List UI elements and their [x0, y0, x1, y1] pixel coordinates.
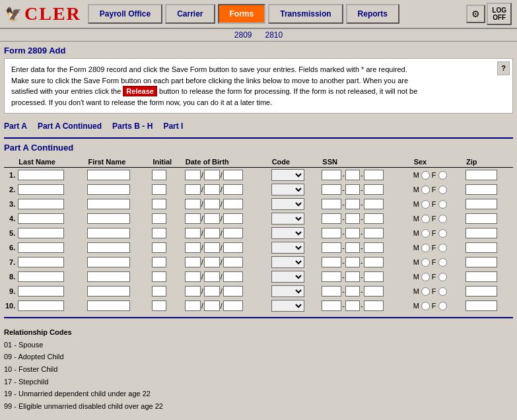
input-firstname-9[interactable] [87, 286, 130, 297]
input-dob-dd-3[interactable] [204, 199, 220, 209]
input-ssn3-6[interactable] [364, 242, 384, 253]
radio-sex-m-8[interactable] [421, 273, 430, 281]
input-initial-7[interactable] [152, 257, 166, 267]
radio-sex-f-4[interactable] [438, 215, 447, 223]
input-zip-8[interactable] [465, 271, 497, 282]
input-zip-6[interactable] [465, 242, 497, 253]
input-initial-5[interactable] [152, 228, 166, 238]
input-ssn2-2[interactable] [345, 184, 360, 195]
input-initial-10[interactable] [152, 300, 166, 311]
input-ssn1-5[interactable] [322, 228, 341, 238]
input-initial-3[interactable] [152, 199, 166, 209]
input-zip-3[interactable] [465, 199, 497, 209]
select-code-8[interactable]: 010910171999 [271, 271, 304, 283]
input-dob-mm-5[interactable] [185, 228, 201, 238]
input-firstname-10[interactable] [87, 300, 130, 311]
input-ssn3-2[interactable] [364, 184, 384, 195]
input-lastname-1[interactable] [18, 170, 64, 180]
input-lastname-5[interactable] [18, 228, 64, 238]
radio-sex-f-8[interactable] [438, 273, 447, 281]
input-ssn2-3[interactable] [345, 199, 360, 209]
input-firstname-8[interactable] [87, 271, 130, 282]
tab-transmission[interactable]: Transmission [268, 4, 343, 24]
input-lastname-4[interactable] [18, 213, 64, 224]
input-initial-1[interactable] [152, 170, 166, 180]
input-ssn1-7[interactable] [322, 257, 341, 267]
input-initial-8[interactable] [152, 271, 166, 282]
input-zip-2[interactable] [465, 184, 497, 195]
input-ssn3-10[interactable] [364, 300, 384, 311]
input-ssn1-8[interactable] [322, 271, 341, 282]
input-ssn1-2[interactable] [322, 184, 341, 195]
radio-sex-f-2[interactable] [438, 186, 447, 194]
radio-sex-m-9[interactable] [421, 287, 430, 296]
input-ssn3-4[interactable] [364, 213, 384, 224]
input-ssn1-3[interactable] [322, 199, 341, 209]
input-dob-yyyy-10[interactable] [223, 300, 243, 311]
input-dob-yyyy-2[interactable] [223, 184, 243, 195]
radio-sex-f-7[interactable] [438, 258, 447, 267]
select-code-6[interactable]: 010910171999 [271, 242, 304, 254]
input-zip-4[interactable] [465, 213, 497, 224]
radio-sex-f-5[interactable] [438, 229, 447, 238]
nav-link-part-i[interactable]: Part I [163, 122, 183, 131]
radio-sex-m-4[interactable] [421, 215, 430, 223]
input-initial-9[interactable] [152, 286, 166, 297]
logoff-button[interactable]: LOGOFF [487, 3, 512, 25]
input-lastname-8[interactable] [18, 271, 64, 282]
input-firstname-4[interactable] [87, 213, 130, 224]
form-2809-link[interactable]: 2809 [234, 30, 252, 40]
nav-link-part-a-continued[interactable]: Part A Continued [38, 122, 102, 131]
input-ssn3-7[interactable] [364, 257, 384, 267]
input-ssn1-9[interactable] [322, 286, 341, 297]
radio-sex-m-5[interactable] [421, 229, 430, 238]
input-dob-yyyy-6[interactable] [223, 242, 243, 253]
input-ssn2-1[interactable] [345, 170, 360, 180]
input-ssn3-9[interactable] [364, 286, 384, 297]
input-zip-1[interactable] [465, 170, 497, 180]
nav-link-part-a[interactable]: Part A [4, 122, 27, 131]
select-code-3[interactable]: 010910171999 [271, 198, 304, 210]
radio-sex-m-2[interactable] [421, 186, 430, 194]
nav-link-parts-b-h[interactable]: Parts B - H [112, 122, 153, 131]
input-zip-7[interactable] [465, 257, 497, 267]
input-dob-dd-1[interactable] [204, 170, 220, 180]
input-ssn3-1[interactable] [364, 170, 384, 180]
input-dob-dd-7[interactable] [204, 257, 220, 267]
input-firstname-7[interactable] [87, 257, 130, 267]
input-dob-yyyy-1[interactable] [223, 170, 243, 180]
input-initial-2[interactable] [152, 184, 166, 195]
radio-sex-f-1[interactable] [438, 171, 447, 180]
help-icon[interactable]: ? [497, 61, 510, 75]
radio-sex-f-3[interactable] [438, 200, 447, 209]
tab-payroll-office[interactable]: Payroll Office [88, 4, 162, 24]
input-ssn3-5[interactable] [364, 228, 384, 238]
input-dob-yyyy-8[interactable] [223, 271, 243, 282]
input-dob-dd-4[interactable] [204, 213, 220, 224]
input-dob-dd-8[interactable] [204, 271, 220, 282]
input-ssn2-10[interactable] [345, 300, 360, 311]
input-ssn2-7[interactable] [345, 257, 360, 267]
input-dob-mm-10[interactable] [185, 300, 201, 311]
input-dob-dd-2[interactable] [204, 184, 220, 195]
input-ssn3-8[interactable] [364, 271, 384, 282]
input-dob-dd-9[interactable] [204, 286, 220, 297]
input-firstname-1[interactable] [87, 170, 130, 180]
input-zip-9[interactable] [465, 286, 497, 297]
tab-reports[interactable]: Reports [346, 4, 399, 24]
input-ssn2-5[interactable] [345, 228, 360, 238]
input-lastname-2[interactable] [18, 184, 64, 195]
input-dob-dd-10[interactable] [204, 300, 220, 311]
input-ssn1-10[interactable] [322, 300, 341, 311]
input-dob-yyyy-4[interactable] [223, 213, 243, 224]
select-code-5[interactable]: 010910171999 [271, 227, 304, 239]
tab-forms[interactable]: Forms [218, 4, 266, 24]
input-zip-5[interactable] [465, 228, 497, 238]
input-dob-yyyy-5[interactable] [223, 228, 243, 238]
input-ssn1-1[interactable] [322, 170, 341, 180]
input-dob-mm-3[interactable] [185, 199, 201, 209]
radio-sex-f-10[interactable] [438, 302, 447, 310]
input-dob-mm-2[interactable] [185, 184, 201, 195]
radio-sex-m-7[interactable] [421, 258, 430, 267]
radio-sex-f-9[interactable] [438, 287, 447, 296]
